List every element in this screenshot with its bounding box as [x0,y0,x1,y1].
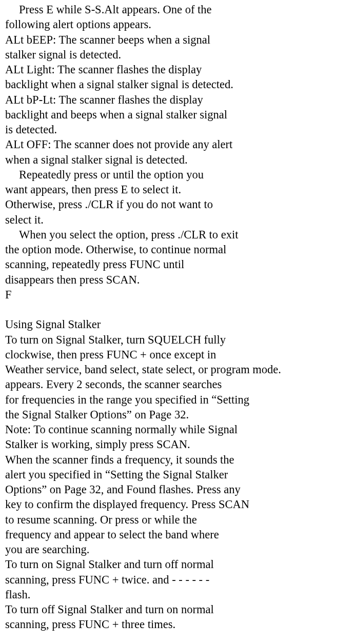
paragraph-turnon-line1: To turn on Signal Stalker, turn SQUELCH … [5,332,349,347]
paragraph-turnon-line6: the Signal Stalker Options” on Page 32. [5,407,349,422]
paragraph-found-line6: frequency and appear to select the band … [5,527,349,542]
paragraph-repeatedly-line3: Otherwise, press ./CLR if you do not wan… [5,197,349,212]
option-altbplt-line2: backlight and beeps when a signal stalke… [5,107,349,122]
paragraph-repeatedly-line1: Repeatedly press or until the option you [5,167,349,182]
paragraph-stalker-only-line3: flash. [5,587,349,602]
stray-letter-f: F [5,287,349,302]
paragraph-alert-intro-line2: following alert options appears. [5,17,349,32]
option-altbeep-line2: stalker signal is detected. [5,47,349,62]
paragraph-turnon-line2: clockwise, then press FUNC + once except… [5,347,349,362]
paragraph-selectoption-line4: disappears then press SCAN. [5,272,349,287]
paragraph-turnon-line5: for frequencies in the range you specifi… [5,392,349,407]
paragraph-turnoff-line1: To turn off Signal Stalker and turn on n… [5,602,349,617]
option-altbplt-line1: ALt bP-Lt: The scanner flashes the displ… [5,92,349,107]
paragraph-stalker-only-line1: To turn on Signal Stalker and turn off n… [5,557,349,572]
paragraph-selectoption-line3: scanning, repeatedly press FUNC until [5,257,349,272]
paragraph-found-line4: key to confirm the displayed frequency. … [5,497,349,512]
blank-line [5,302,349,317]
option-altoff-line2: when a signal stalker signal is detected… [5,152,349,167]
paragraph-found-line1: When the scanner finds a frequency, it s… [5,452,349,467]
paragraph-repeatedly-line2: want appears, then press E to select it. [5,182,349,197]
page-body: Press E while S-S.Alt appears. One of th… [0,0,354,637]
option-altoff-line1: ALt OFF: The scanner does not provide an… [5,137,349,152]
paragraph-repeatedly-line4: select it. [5,212,349,227]
option-altlight-line1: ALt Light: The scanner flashes the displ… [5,62,349,77]
paragraph-alert-intro-line1: Press E while S-S.Alt appears. One of th… [5,2,349,17]
paragraph-turnon-line3: Weather service, band select, state sele… [5,362,349,377]
option-altbplt-line3: is detected. [5,122,349,137]
note-line1: Note: To continue scanning normally whil… [5,422,349,437]
paragraph-turnon-line4: appears. Every 2 seconds, the scanner se… [5,377,349,392]
option-altbeep-line1: ALt bEEP: The scanner beeps when a signa… [5,32,349,47]
paragraph-found-line5: to resume scanning. Or press or while th… [5,512,349,527]
paragraph-found-line3: Options” on Page 32, and Found flashes. … [5,482,349,497]
paragraph-turnoff-line2: scanning, press FUNC + three times. [5,617,349,632]
paragraph-selectoption-line2: the option mode. Otherwise, to continue … [5,242,349,257]
heading-using-signal-stalker: Using Signal Stalker [5,317,349,332]
paragraph-found-line2: alert you specified in “Setting the Sign… [5,467,349,482]
note-line2: Stalker is working, simply press SCAN. [5,437,349,452]
paragraph-stalker-only-line2: scanning, press FUNC + twice. and - - - … [5,572,349,587]
option-altlight-line2: backlight when a signal stalker signal i… [5,77,349,92]
paragraph-selectoption-line1: When you select the option, press ./CLR … [5,227,349,242]
paragraph-found-line7: you are searching. [5,542,349,557]
